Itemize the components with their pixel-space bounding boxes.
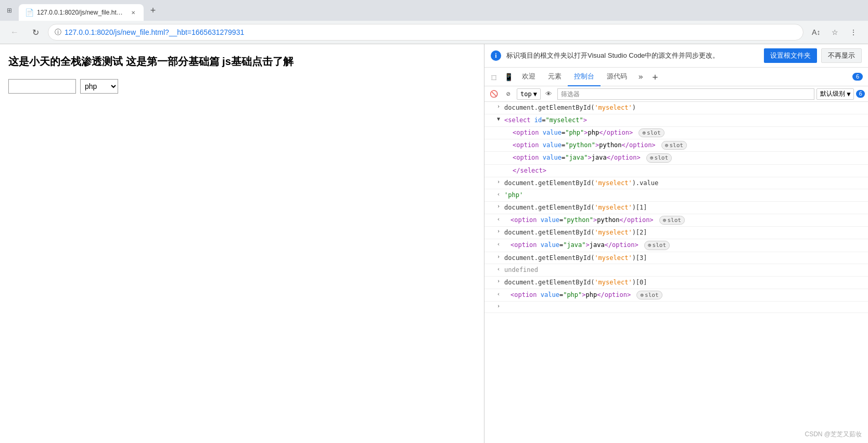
console-line: document.getElementById('myselect')[1] bbox=[504, 203, 865, 212]
console-line: 'php' bbox=[504, 191, 865, 200]
refresh-button[interactable]: ↻ bbox=[27, 24, 44, 41]
console-entry: › document.getElementById('myselect')[2] bbox=[484, 227, 868, 239]
main-layout: 这是小天的全栈渗透测试 这是第一部分基础篇 js基础点击了解 php pytho… bbox=[0, 44, 868, 443]
result-arrow: ‹ bbox=[495, 266, 502, 272]
bookmark-button[interactable]: ☆ bbox=[826, 24, 843, 41]
console-toolbar: 🚫 ⊘ top ▼ 👁 默认级别 ▼ 6 bbox=[484, 86, 868, 102]
address-icons: 𝖠↕ ☆ ⋮ bbox=[808, 24, 862, 41]
result-arrow: ‹ bbox=[495, 241, 502, 247]
info-actions: 设置根文件夹 不再显示 bbox=[764, 48, 862, 63]
console-line: document.getElementById('myselect').valu… bbox=[504, 179, 865, 188]
console-line: document.getElementById('myselect')[3] bbox=[504, 254, 865, 263]
set-root-button[interactable]: 设置根文件夹 bbox=[764, 48, 817, 63]
browser-chrome: ⊞ 📄 127.0.0.1:8020/js/new_file.html?... … bbox=[0, 0, 868, 44]
console-entry: <option value="python">python</option> s… bbox=[484, 139, 868, 152]
eye-icon[interactable]: 👁 bbox=[543, 88, 555, 100]
clear-console-button[interactable]: 🚫 bbox=[488, 88, 500, 100]
tab-sources[interactable]: 源代码 bbox=[601, 68, 633, 86]
back-button[interactable]: ← bbox=[6, 24, 23, 41]
console-entry: ‹ 'php' bbox=[484, 189, 868, 202]
result-arrow: ‹ bbox=[495, 291, 502, 297]
console-entry: </select> bbox=[484, 165, 868, 177]
input-arrow: › bbox=[495, 103, 502, 109]
console-entry: › document.getElementById('myselect').va… bbox=[484, 177, 868, 190]
context-label: top bbox=[520, 90, 532, 98]
tab-console[interactable]: 控制台 bbox=[568, 68, 601, 86]
address-bar: ← ↻ ⓘ 127.0.0.1:8020/js/new_file.html?__… bbox=[0, 21, 868, 44]
slot-badge: slot bbox=[646, 153, 672, 162]
info-banner: i 标识项目的根文件夹以打开Visual Studio Code中的源文件并同步… bbox=[484, 44, 868, 68]
console-entry: › document.getElementById('myselect')[1] bbox=[484, 202, 868, 214]
input-arrow: › bbox=[495, 254, 502, 259]
inspect-element-button[interactable]: ⬚ bbox=[487, 70, 501, 84]
level-selector[interactable]: 默认级别 ▼ bbox=[816, 88, 854, 100]
console-line: <option value="python">python</option> s… bbox=[504, 216, 865, 225]
console-line: <option value="python">python</option> s… bbox=[513, 141, 865, 150]
console-line: <option value="php">php</option> slot bbox=[513, 128, 865, 137]
console-entry: <option value="java">java</option> slot bbox=[484, 152, 868, 164]
tab-page-icon: 📄 bbox=[25, 8, 34, 17]
input-arrow: › bbox=[495, 228, 502, 234]
url-text: 127.0.0.1:8020/js/new_file.html?__hbt=16… bbox=[65, 28, 244, 36]
slot-badge: slot bbox=[659, 216, 685, 225]
prompt-arrow: › bbox=[495, 303, 502, 309]
input-arrow: › bbox=[495, 278, 502, 284]
console-line: document.getElementById('myselect') bbox=[504, 103, 865, 112]
info-icon: i bbox=[491, 50, 501, 61]
context-selector[interactable]: top ▼ bbox=[517, 88, 541, 100]
console-entry: ‹ <option value="python">python</option>… bbox=[484, 214, 868, 227]
slot-badge: slot bbox=[639, 128, 664, 137]
text-input[interactable] bbox=[8, 79, 76, 94]
window-icon: ⊞ bbox=[4, 5, 15, 16]
tab-welcome[interactable]: 欢迎 bbox=[516, 68, 542, 86]
console-output: › document.getElementById('myselect') ▼ … bbox=[484, 102, 868, 443]
devtools-panel: i 标识项目的根文件夹以打开Visual Studio Code中的源文件并同步… bbox=[484, 44, 868, 443]
input-arrow: › bbox=[495, 179, 502, 185]
console-entry: ‹ <option value="java">java</option> slo… bbox=[484, 239, 868, 252]
input-arrow: › bbox=[495, 203, 502, 209]
more-tabs-button[interactable]: » bbox=[633, 70, 648, 84]
new-tab-button[interactable]: + bbox=[146, 3, 160, 18]
tab-elements[interactable]: 元素 bbox=[542, 68, 568, 86]
console-badge: 6 bbox=[852, 73, 863, 81]
console-entry: › document.getElementById('myselect')[0] bbox=[484, 277, 868, 289]
result-arrow: ‹ bbox=[495, 216, 502, 223]
page-title: 这是小天的全栈渗透测试 这是第一部分基础篇 js基础点击了解 bbox=[8, 55, 476, 69]
console-line: <option value="php">php</option> slot bbox=[504, 291, 865, 299]
chevron-down-icon: ▼ bbox=[533, 90, 537, 98]
devtools-toolbar: ⬚ 📱 欢迎 元素 控制台 源代码 » + 6 bbox=[484, 68, 868, 86]
console-line: document.getElementById('myselect')[2] bbox=[504, 228, 865, 237]
url-bar[interactable]: ⓘ 127.0.0.1:8020/js/new_file.html?__hbt=… bbox=[48, 24, 803, 41]
console-entry: <option value="php">php</option> slot bbox=[484, 127, 868, 139]
console-line: <option value="java">java</option> slot bbox=[504, 241, 865, 250]
console-entry-prompt[interactable]: › bbox=[484, 302, 868, 313]
info-banner-text: 标识项目的根文件夹以打开Visual Studio Code中的源文件并同步更改… bbox=[506, 51, 719, 60]
slot-badge: slot bbox=[644, 241, 670, 250]
read-mode-button[interactable]: 𝖠↕ bbox=[808, 24, 824, 41]
tab-title: 127.0.0.1:8020/js/new_file.html?... bbox=[37, 9, 126, 16]
page-content: 这是小天的全栈渗透测试 这是第一部分基础篇 js基础点击了解 php pytho… bbox=[0, 44, 484, 443]
console-line: </select> bbox=[513, 166, 865, 175]
slot-badge: slot bbox=[636, 291, 662, 299]
expand-arrow[interactable]: ▼ bbox=[495, 116, 502, 122]
filter-input[interactable] bbox=[557, 88, 814, 100]
slot-badge: slot bbox=[661, 141, 687, 150]
console-entry: › document.getElementById('myselect')[3] bbox=[484, 252, 868, 265]
console-line: <option value="java">java</option> slot bbox=[513, 153, 865, 162]
page-controls: php python java bbox=[8, 79, 476, 94]
level-chevron-icon: ▼ bbox=[847, 90, 850, 98]
customize-button[interactable]: + bbox=[648, 70, 662, 84]
info-icon: ⓘ bbox=[55, 28, 61, 37]
result-arrow: ‹ bbox=[495, 191, 502, 198]
console-line: undefined bbox=[504, 266, 865, 275]
console-entry: › document.getElementById('myselect') bbox=[484, 102, 868, 114]
language-select[interactable]: php python java bbox=[80, 79, 118, 94]
tab-close-button[interactable]: ✕ bbox=[129, 8, 137, 17]
watermark: CSDN @芝芝又茹妆 bbox=[805, 430, 862, 439]
device-toolbar-button[interactable]: 📱 bbox=[501, 70, 516, 84]
dismiss-button[interactable]: 不再显示 bbox=[821, 48, 862, 63]
block-icon-button[interactable]: ⊘ bbox=[502, 88, 515, 100]
active-tab[interactable]: 📄 127.0.0.1:8020/js/new_file.html?... ✕ bbox=[19, 4, 144, 21]
more-button[interactable]: ⋮ bbox=[845, 24, 862, 41]
console-line: document.getElementById('myselect')[0] bbox=[504, 278, 865, 287]
